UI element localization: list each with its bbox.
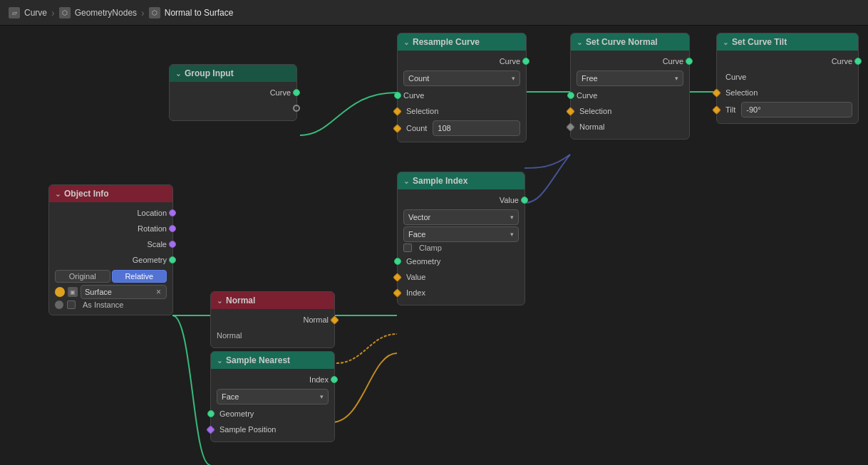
oi-btn-group: Original Relative (55, 270, 167, 283)
collapse-arrow-resample[interactable]: ⌄ (403, 38, 409, 46)
scn-output-curve-label: Curve (663, 57, 683, 66)
curve-icon: ▱ (9, 7, 20, 19)
oi-location-socket[interactable] (169, 209, 176, 216)
collapse-arrow-sct[interactable]: ⌄ (723, 38, 728, 46)
node-sample-index-header[interactable]: ⌄ Sample Index (398, 172, 525, 189)
scn-input-curve-socket[interactable] (567, 92, 574, 99)
sn-domain-dropdown[interactable]: Face ▾ (217, 389, 329, 404)
node-group-input[interactable]: ⌄ Group Input Curve (169, 64, 297, 121)
node-normal[interactable]: ⌄ Normal Normal Normal (210, 291, 335, 348)
oi-surface-close[interactable]: × (155, 287, 162, 297)
node-set-curve-tilt-header[interactable]: ⌄ Set Curve Tilt (717, 33, 858, 51)
resample-count-field[interactable]: 108 (433, 120, 520, 136)
scn-output-curve-row: Curve (571, 53, 689, 69)
collapse-arrow-oi[interactable]: ⌄ (55, 190, 61, 198)
oi-relative-btn[interactable]: Relative (112, 270, 167, 283)
group-input-empty-socket[interactable] (293, 105, 300, 112)
scn-selection-socket[interactable] (566, 107, 575, 116)
resample-output-curve-socket[interactable] (522, 58, 529, 65)
resample-input-curve-socket[interactable] (394, 92, 401, 99)
normal-output-socket[interactable] (330, 315, 339, 325)
resample-input-curve-label: Curve (403, 91, 424, 100)
collapse-arrow-normal[interactable]: ⌄ (217, 297, 222, 305)
scn-selection-label: Selection (579, 107, 611, 115)
resample-mode-value: Count (408, 74, 429, 83)
resample-count-row: Count 108 (398, 119, 526, 137)
resample-count-value: 108 (438, 124, 450, 132)
node-group-input-body: Curve (170, 82, 296, 120)
node-object-info-body: Location Rotation Scale Geometry Origina… (49, 202, 172, 315)
resample-count-socket[interactable] (393, 124, 402, 133)
si-domain-value: Face (408, 230, 425, 239)
si-type-dropdown[interactable]: Vector ▾ (403, 209, 519, 225)
si-geometry-socket[interactable] (394, 258, 401, 265)
group-input-curve-socket[interactable] (293, 89, 300, 96)
collapse-arrow[interactable]: ⌄ (175, 70, 181, 78)
scn-mode-dropdown[interactable]: Free ▾ (577, 70, 683, 86)
breadcrumb-sep2: › (141, 7, 145, 19)
node-set-curve-normal-body: Curve Free ▾ Curve Selection (571, 51, 689, 139)
resample-output-curve-label: Curve (500, 57, 520, 66)
oi-location-row: Location (49, 205, 172, 221)
group-input-curve-row: Curve (170, 85, 296, 100)
node-object-info-header[interactable]: ⌄ Object Info (49, 185, 172, 202)
node-set-curve-tilt[interactable]: ⌄ Set Curve Tilt Curve Curve Selection T… (716, 33, 859, 124)
oi-rotation-row: Rotation (49, 221, 172, 236)
collapse-arrow-si[interactable]: ⌄ (403, 177, 409, 185)
si-index-socket[interactable] (393, 288, 402, 298)
sn-sample-pos-socket[interactable] (206, 425, 215, 434)
oi-original-btn[interactable]: Original (55, 270, 110, 283)
sct-selection-socket[interactable] (712, 88, 721, 98)
breadcrumb-curve[interactable]: Curve (24, 8, 47, 18)
scn-normal-socket[interactable] (566, 122, 575, 132)
node-set-curve-normal[interactable]: ⌄ Set Curve Normal Curve Free ▾ Curve (570, 33, 690, 140)
breadcrumb-normal-surface[interactable]: Normal to Surface (165, 8, 234, 18)
dropdown-arrow-sn-domain: ▾ (320, 393, 324, 400)
breadcrumb-geometry-nodes[interactable]: GeometryNodes (75, 8, 137, 18)
scn-selection-row: Selection (571, 103, 689, 119)
sn-output-index-socket[interactable] (331, 376, 338, 383)
sn-geometry-socket[interactable] (207, 410, 215, 417)
resample-mode-dropdown[interactable]: Count ▾ (403, 70, 520, 86)
node-sample-nearest-body: Index Face ▾ Geometry Sample Position (211, 369, 334, 442)
si-clamp-checkbox[interactable] (403, 244, 412, 252)
sn-domain-row: Face ▾ (217, 389, 329, 404)
oi-geometry-socket[interactable] (169, 256, 176, 263)
resample-selection-socket[interactable] (393, 107, 402, 116)
node-sample-nearest-header[interactable]: ⌄ Sample Nearest (211, 352, 334, 369)
node-object-info[interactable]: ⌄ Object Info Location Rotation Scale Ge… (48, 184, 173, 315)
oi-surface-input[interactable]: Surface × (81, 285, 167, 299)
node-sample-index[interactable]: ⌄ Sample Index Value Vector ▾ Face ▾ (397, 172, 525, 305)
resample-curve-title: Resample Curve (413, 37, 480, 47)
group-input-curve-label: Curve (270, 88, 291, 97)
sct-tilt-socket[interactable] (712, 105, 721, 115)
collapse-arrow-sn[interactable]: ⌄ (217, 357, 222, 365)
group-input-title: Group Input (185, 68, 234, 78)
sct-tilt-field[interactable]: -90° (741, 102, 852, 117)
sct-output-curve-socket[interactable] (854, 58, 862, 65)
si-output-value-socket[interactable] (521, 197, 528, 204)
oi-scale-row: Scale (49, 236, 172, 252)
sn-geometry-label: Geometry (219, 409, 254, 418)
oi-scale-socket[interactable] (169, 241, 176, 248)
oi-as-instance-dot (55, 301, 63, 309)
oi-surface-dot (55, 287, 65, 297)
scn-mode-value: Free (582, 74, 598, 83)
scn-output-curve-socket[interactable] (686, 58, 693, 65)
si-domain-dropdown[interactable]: Face ▾ (403, 226, 519, 242)
oi-as-instance-checkbox[interactable] (67, 301, 76, 309)
resample-selection-row: Selection (398, 103, 526, 119)
si-value-socket[interactable] (393, 273, 402, 282)
node-resample-curve-header[interactable]: ⌄ Resample Curve (398, 33, 526, 51)
node-set-curve-normal-header[interactable]: ⌄ Set Curve Normal (571, 33, 689, 51)
node-group-input-header[interactable]: ⌄ Group Input (170, 65, 296, 82)
collapse-arrow-scn[interactable]: ⌄ (577, 38, 582, 46)
oi-rotation-socket[interactable] (169, 225, 176, 232)
node-normal-header[interactable]: ⌄ Normal (211, 292, 334, 309)
si-clamp-label: Clamp (419, 244, 442, 252)
node-sample-nearest[interactable]: ⌄ Sample Nearest Index Face ▾ Geometry (210, 351, 335, 442)
canvas[interactable]: ⌄ Group Input Curve ⌄ Resample Curve Cur… (0, 26, 868, 465)
node-resample-curve-body: Curve Count ▾ Curve Selection (398, 51, 526, 142)
si-clamp-row: Clamp (403, 244, 519, 252)
node-resample-curve[interactable]: ⌄ Resample Curve Curve Count ▾ Curve (397, 33, 527, 142)
